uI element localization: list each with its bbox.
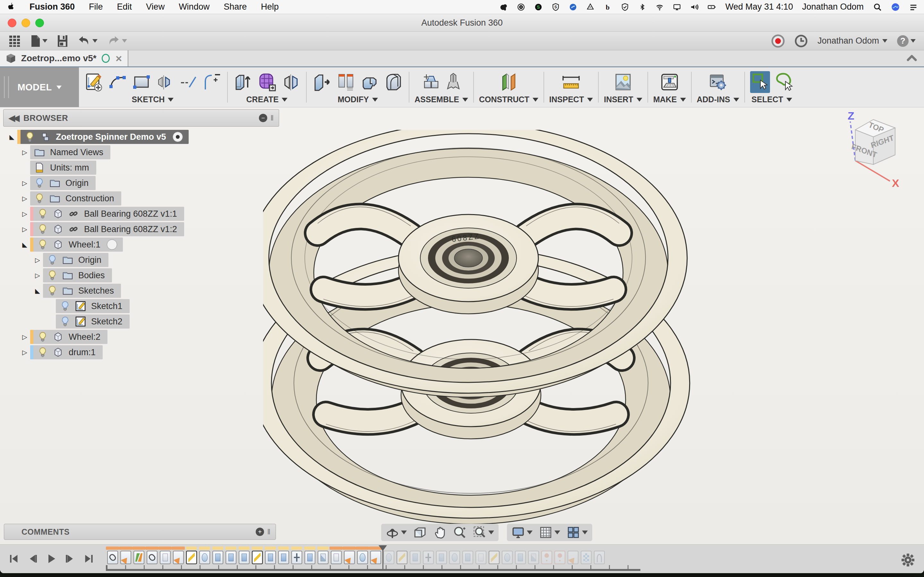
- menu-edit[interactable]: Edit: [117, 2, 132, 12]
- swirl-icon[interactable]: [568, 2, 578, 12]
- browser-tree-row[interactable]: ▷Ball Bearing 608ZZ v1:1: [3, 206, 279, 221]
- tree-expand-arrow-icon[interactable]: ▷: [19, 195, 30, 202]
- insert-image-button[interactable]: [614, 72, 633, 92]
- new-component-button[interactable]: [421, 72, 442, 92]
- visibility-bulb-icon[interactable]: [46, 285, 58, 296]
- tree-item-sketch2[interactable]: Sketch2: [56, 314, 129, 329]
- visibility-bulb-icon[interactable]: [37, 239, 49, 250]
- timeline-feature-revolve[interactable]: [356, 546, 369, 564]
- undo-button[interactable]: [78, 35, 97, 47]
- pan-button[interactable]: [433, 526, 447, 539]
- menubar-clock[interactable]: Wed May 31 4:10: [725, 2, 793, 12]
- tree-collapse-arrow-icon[interactable]: ◢: [6, 133, 17, 141]
- go-to-start-button[interactable]: [8, 553, 20, 564]
- tree-item-wheel-1[interactable]: Wheel:1: [30, 237, 123, 251]
- data-panel-button[interactable]: [8, 35, 21, 47]
- drive-icon[interactable]: [586, 2, 595, 12]
- menubar-user[interactable]: Jonathan Odom: [802, 2, 864, 12]
- select-group-label[interactable]: SELECT: [751, 95, 792, 104]
- browser-tree-row[interactable]: ▷Construction: [3, 191, 279, 206]
- view-cube[interactable]: Z X TOP FRONT RIGHT: [835, 110, 909, 190]
- timeline-feature-sketch[interactable]: [185, 546, 198, 564]
- tree-item-units-mm[interactable]: Units: mm: [30, 161, 96, 175]
- orbit-button[interactable]: [386, 526, 407, 539]
- zoetrope-model[interactable]: 608ZZ: [263, 130, 693, 530]
- redo-button[interactable]: [107, 35, 127, 47]
- timeline-feature-component[interactable]: [119, 546, 132, 564]
- visibility-bulb-icon[interactable]: [37, 224, 49, 235]
- insert-group-label[interactable]: INSERT: [604, 95, 642, 104]
- grid-display-button[interactable]: [539, 526, 560, 539]
- menu-help[interactable]: Help: [261, 2, 279, 12]
- create-form-button[interactable]: [257, 71, 278, 93]
- go-to-end-button[interactable]: [83, 553, 94, 564]
- timeline-feature-revolve[interactable]: [448, 546, 461, 564]
- green-s-icon[interactable]: S: [533, 2, 543, 12]
- siri-icon[interactable]: [891, 2, 900, 12]
- change-parameters-button[interactable]: [336, 72, 355, 92]
- window-titlebar[interactable]: Autodesk Fusion 360: [0, 14, 924, 32]
- menu-fusion360[interactable]: Fusion 360: [29, 2, 75, 12]
- create-group-label[interactable]: CREATE: [246, 95, 288, 104]
- timeline-feature-link[interactable]: [145, 546, 158, 564]
- sketch-construction-line-button[interactable]: [179, 74, 198, 90]
- fillet-button[interactable]: [384, 72, 404, 92]
- bear-icon[interactable]: b: [603, 2, 612, 12]
- timeline-settings-gear-icon[interactable]: [901, 553, 915, 567]
- tree-item-zoetrope-spinner-demo-v5[interactable]: Zoetrope Spinner Demo v5: [17, 130, 189, 144]
- shield-s-icon[interactable]: S: [551, 2, 561, 12]
- visibility-bulb-icon[interactable]: [46, 270, 58, 281]
- evernote-icon[interactable]: [499, 2, 509, 12]
- timeline-feature-pattern[interactable]: [580, 546, 593, 564]
- wifi-icon[interactable]: [655, 2, 664, 12]
- timeline-feature-extrude[interactable]: [461, 546, 474, 564]
- visibility-bulb-icon[interactable]: [37, 332, 49, 342]
- timeline-feature-component[interactable]: [172, 546, 185, 564]
- timeline-feature-joint-origin[interactable]: [290, 546, 303, 564]
- tree-expand-arrow-icon[interactable]: ▷: [32, 256, 43, 264]
- tab-close-button[interactable]: ×: [115, 53, 122, 64]
- browser-options-icon[interactable]: −: [259, 114, 267, 122]
- timeline-feature-pin[interactable]: [553, 546, 566, 564]
- browser-tree-row[interactable]: ▷Origin: [3, 252, 279, 268]
- menu-view[interactable]: View: [146, 2, 165, 12]
- timeline-feature-extrude[interactable]: [264, 546, 277, 564]
- visibility-bulb-icon[interactable]: [33, 177, 45, 189]
- timeline-feature-extrude[interactable]: [435, 546, 448, 564]
- zoom-window-button[interactable]: [35, 19, 44, 27]
- menu-window[interactable]: Window: [179, 2, 210, 12]
- tree-item-ball-bearing-608zz-v1-1[interactable]: Ball Bearing 608ZZ v1:1: [30, 207, 184, 221]
- timeline-feature-sketch[interactable]: [250, 546, 264, 564]
- scripts-addins-button[interactable]: [708, 72, 728, 92]
- timeline-feature-sketch[interactable]: [487, 546, 501, 564]
- timeline-feature-extrude[interactable]: [224, 546, 237, 564]
- browser-tree-row[interactable]: ▷Wheel:2: [3, 329, 279, 345]
- tree-item-named-views[interactable]: Named Views: [30, 145, 110, 159]
- sketch-rectangle-button[interactable]: [132, 73, 152, 91]
- tree-item-ball-bearing-608zz-v1-2[interactable]: Ball Bearing 608ZZ v1:2: [30, 222, 184, 236]
- apple-menu-icon[interactable]: [6, 2, 15, 12]
- assemble-group-label[interactable]: ASSEMBLE: [415, 95, 468, 104]
- play-button[interactable]: [45, 553, 57, 564]
- tree-item-wheel-2[interactable]: Wheel:2: [30, 330, 107, 344]
- collapse-tabbar-button[interactable]: [905, 53, 918, 63]
- airplay-icon[interactable]: [672, 2, 682, 12]
- timeline-feature-link[interactable]: [106, 546, 119, 564]
- browser-resize-handle[interactable]: ‖: [270, 113, 274, 122]
- timeline-feature-extrude[interactable]: [409, 546, 422, 564]
- browser-tree-row[interactable]: ▷Named Views: [3, 145, 279, 160]
- visibility-bulb-icon[interactable]: [37, 208, 49, 219]
- file-menu-button[interactable]: [31, 35, 47, 47]
- tree-item-sketches[interactable]: Sketches: [43, 284, 121, 298]
- visibility-bulb-icon[interactable]: [59, 301, 71, 311]
- save-button[interactable]: [57, 35, 68, 47]
- extrude-button[interactable]: [233, 71, 253, 93]
- timeline-feature-extrude[interactable]: [211, 546, 224, 564]
- menu-share[interactable]: Share: [224, 2, 247, 12]
- tree-expand-arrow-icon[interactable]: ▷: [19, 226, 30, 233]
- browser-tree-row[interactable]: Sketch2: [3, 314, 279, 329]
- zoom-window-button[interactable]: [473, 526, 494, 539]
- record-app-icon[interactable]: [516, 2, 526, 12]
- timeline-feature-extrude[interactable]: [237, 546, 250, 564]
- tree-item-origin[interactable]: Origin: [43, 253, 108, 267]
